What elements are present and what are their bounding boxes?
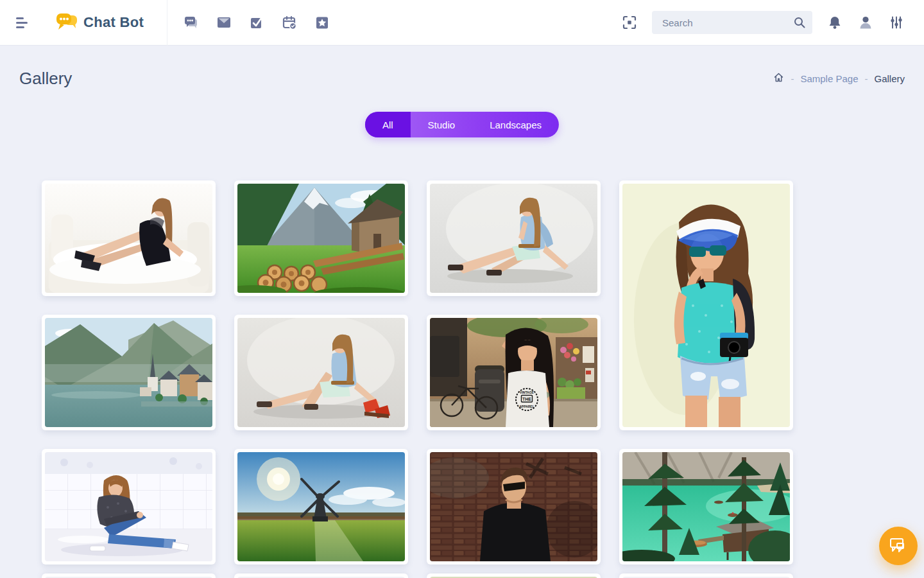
home-icon[interactable]: [773, 72, 784, 85]
messages-icon[interactable]: [183, 14, 200, 31]
mail-icon[interactable]: [216, 14, 232, 31]
page-head: Gallery - Sample Page - Gallery: [19, 63, 905, 94]
breadcrumb-separator: -: [864, 73, 868, 84]
fullscreen-icon[interactable]: [621, 14, 638, 31]
topbar-actions: [621, 11, 905, 34]
page-title: Gallery: [19, 69, 72, 89]
gallery-item-white-sofa-jeans[interactable]: [42, 449, 216, 565]
quick-icons-nav: [183, 14, 330, 31]
breadcrumb-separator: -: [791, 73, 794, 84]
photo-white-sofa-jeans: [45, 452, 212, 561]
filter-landscapes-button[interactable]: Landscapes: [472, 112, 559, 137]
gallery-item-studio-black-dress[interactable]: [42, 180, 216, 296]
chat-bubbles-icon: [889, 537, 908, 555]
gallery-item-partial[interactable]: [234, 574, 408, 578]
menu-toggle-button[interactable]: [10, 10, 40, 35]
shirt-badge-bottom-text: APPAREL: [519, 405, 535, 408]
gallery-item-alpine-logs[interactable]: [234, 180, 408, 296]
breadcrumb-link-sample-page[interactable]: Sample Page: [800, 73, 858, 84]
breadcrumb-current: Gallery: [874, 73, 905, 84]
gallery-grid: VINTAGE THE APPAREL: [42, 180, 793, 565]
photo-windmill-field: [237, 452, 405, 561]
photo-studio-black-dress: [45, 184, 212, 293]
chat-bubble-logo-icon: [55, 12, 78, 33]
photo-alpine-logs: [237, 184, 405, 293]
gallery-item-hallstatt[interactable]: [42, 315, 216, 430]
search-input[interactable]: [652, 11, 812, 34]
photo-brick-wall-man: [430, 452, 597, 561]
gallery-item-partial[interactable]: [427, 574, 601, 578]
divider: [167, 0, 167, 46]
gallery-item-visor-girl[interactable]: [619, 180, 793, 430]
gallery-item-street-vintage-tank[interactable]: VINTAGE THE APPAREL: [427, 315, 601, 430]
top-navbar: Chat Bot: [0, 0, 924, 46]
chat-fab-button[interactable]: [879, 527, 918, 565]
profile-user-icon[interactable]: [857, 14, 874, 31]
photo-braies-lake: [622, 452, 790, 561]
photo-hallstatt: [45, 318, 212, 427]
gallery-item-partial[interactable]: [42, 574, 216, 578]
gallery-item-partial[interactable]: [619, 574, 793, 578]
shirt-badge-top-text: VINTAGE: [520, 390, 535, 394]
shirt-badge-center-text: THE: [522, 397, 531, 401]
settings-sliders-icon[interactable]: [888, 14, 905, 31]
search-icon[interactable]: [793, 16, 806, 31]
gallery-item-braies-lake[interactable]: [619, 449, 793, 565]
breadcrumb: - Sample Page - Gallery: [773, 72, 905, 85]
search-box: [652, 11, 812, 34]
notifications-bell-icon[interactable]: [826, 14, 843, 31]
filter-all-button[interactable]: All: [365, 112, 411, 137]
photo-visor-girl: [622, 184, 790, 427]
photo-street-vintage-tank: VINTAGE THE APPAREL: [430, 318, 597, 427]
photo-studio-denim: [430, 184, 597, 293]
gallery-item-studio-red-shoes[interactable]: [234, 315, 408, 430]
photo-studio-red-shoes: [237, 318, 405, 427]
gallery-filter-group: All Studio Landscapes: [365, 112, 559, 137]
filter-studio-button[interactable]: Studio: [411, 112, 473, 137]
gallery-item-brick-wall-man[interactable]: [427, 449, 601, 565]
calendar-check-icon[interactable]: [281, 14, 298, 31]
gallery-item-windmill-field[interactable]: [234, 449, 408, 565]
favorites-star-icon[interactable]: [314, 14, 330, 31]
gallery-page: Chat Bot: [0, 0, 924, 578]
gallery-item-studio-denim[interactable]: [427, 180, 601, 296]
brand-name: Chat Bot: [83, 14, 144, 31]
brand-logo[interactable]: Chat Bot: [55, 12, 144, 33]
task-check-icon[interactable]: [248, 14, 265, 31]
